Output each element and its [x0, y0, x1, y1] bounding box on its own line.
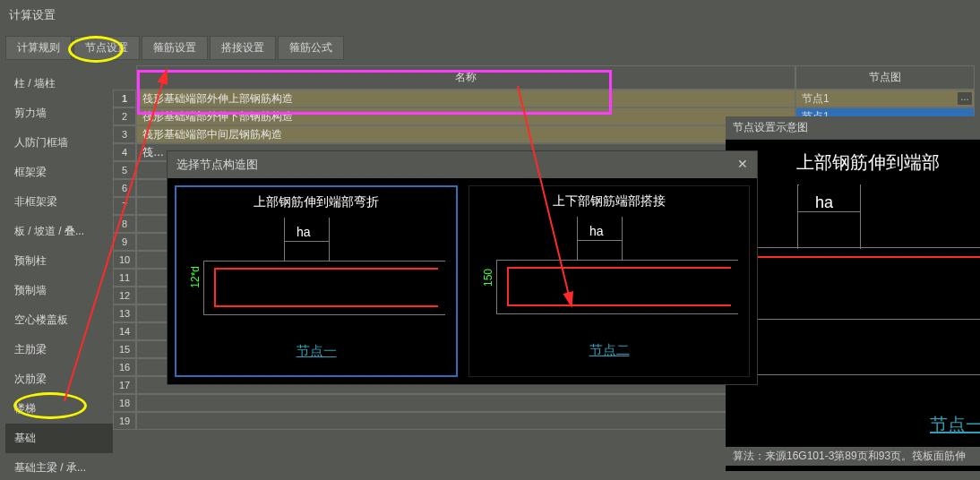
sidebar-item-4[interactable]: 非框架梁: [5, 187, 113, 217]
sidebar-item-6[interactable]: 预制柱: [5, 246, 113, 276]
sidebar-item-0[interactable]: 柱 / 墙柱: [5, 69, 113, 99]
row-index: 2: [113, 107, 136, 125]
diagram-1-title: 上部钢筋伸到端部弯折: [176, 187, 456, 214]
sidebar-item-7[interactable]: 预制墙: [5, 276, 113, 305]
dialog-titlebar: 选择节点构造图 ✕: [168, 151, 757, 178]
preview-panel: 节点设置示意图 上部钢筋伸到端部 ha 12*d 节点一 算法：来源16G101…: [726, 116, 980, 471]
tab-stirrup-settings[interactable]: 箍筋设置: [142, 36, 208, 60]
row-index: 1: [113, 90, 136, 107]
diagram-2-link[interactable]: 节点二: [469, 339, 749, 363]
tab-calc-rules[interactable]: 计算规则: [5, 36, 72, 60]
diagram-option-1[interactable]: 上部钢筋伸到端部弯折 ha 12*d 节点一: [175, 185, 458, 377]
close-icon[interactable]: ✕: [737, 157, 748, 173]
sidebar: 柱 / 墙柱 剪力墙 人防门框墙 框架梁 非框架梁 板 / 坡道 / 叠... …: [5, 65, 113, 477]
row-name: 筏形基础端部外伸上部钢筋构造: [136, 90, 795, 107]
row-index: 4: [113, 143, 136, 161]
row-index: 10: [113, 251, 136, 269]
sidebar-item-9[interactable]: 主肋梁: [5, 335, 113, 364]
row-index: 3: [113, 125, 136, 143]
row-index: 19: [113, 412, 136, 430]
row-index: 9: [113, 233, 136, 251]
node-dialog: 选择节点构造图 ✕ 上部钢筋伸到端部弯折 ha 12*d 节点一 上下部钢: [167, 150, 758, 385]
preview-note: 算法：来源16G101-3第89页和93页。筏板面筋伸: [726, 447, 980, 466]
window-title: 计算设置: [0, 0, 980, 30]
col-name: 名称: [136, 65, 795, 90]
diag1-dim: 12*d: [189, 266, 202, 288]
tab-stirrup-formula[interactable]: 箍筋公式: [278, 36, 344, 60]
sidebar-item-3[interactable]: 框架梁: [5, 158, 113, 187]
diag2-dim: 150: [482, 269, 494, 287]
row-index: 16: [113, 358, 136, 376]
sidebar-item-5[interactable]: 板 / 坡道 / 叠...: [5, 217, 113, 246]
row-index: 17: [113, 376, 136, 394]
preview-link[interactable]: 节点一: [930, 413, 980, 437]
row-index: 13: [113, 304, 136, 322]
tab-lap-settings[interactable]: 搭接设置: [210, 36, 276, 60]
row-name: [136, 412, 795, 430]
diag1-ha: ha: [297, 225, 311, 239]
preview-header: 节点设置示意图: [726, 116, 980, 140]
sidebar-item-2[interactable]: 人防门框墙: [5, 128, 113, 158]
row-index: 8: [113, 215, 136, 233]
preview-canvas: 上部钢筋伸到端部 ha 12*d 节点一 算法：来源16G101-3第89页和9…: [726, 140, 980, 471]
sidebar-item-13[interactable]: 基础主梁 / 承...: [5, 453, 113, 480]
row-name: 筏形基础端部中间层钢筋构造: [136, 125, 795, 143]
row-index: 14: [113, 322, 136, 340]
diagram-1-link[interactable]: 节点一: [176, 339, 456, 364]
ellipsis-button[interactable]: …: [958, 92, 972, 105]
row-index: 6: [113, 179, 136, 197]
sidebar-item-12[interactable]: 基础: [5, 424, 113, 453]
tabs-bar: 计算规则 节点设置 箍筋设置 搭接设置 箍筋公式: [0, 30, 980, 62]
tab-node-settings[interactable]: 节点设置: [73, 36, 140, 60]
dialog-body: 上部钢筋伸到端部弯折 ha 12*d 节点一 上下部钢筋端部搭接: [168, 178, 757, 384]
row-index: 7: [113, 197, 136, 215]
sidebar-item-10[interactable]: 次肋梁: [5, 364, 113, 394]
diagram-2-title: 上下部钢筋端部搭接: [469, 186, 749, 213]
row-node[interactable]: 节点1…: [795, 90, 975, 107]
row-name: [136, 394, 795, 412]
diagram-option-2[interactable]: 上下部钢筋端部搭接 ha 150 节点二: [469, 185, 750, 377]
row-index: 18: [113, 394, 136, 412]
diag2-ha: ha: [589, 224, 604, 238]
row-index: 5: [113, 161, 136, 179]
sidebar-item-8[interactable]: 空心楼盖板: [5, 305, 113, 335]
sidebar-item-11[interactable]: 楼梯: [5, 394, 113, 424]
row-index: 15: [113, 340, 136, 358]
preview-ha: ha: [815, 193, 833, 212]
preview-title: 上部钢筋伸到端部: [742, 147, 980, 182]
table-header: 名称 节点图: [113, 65, 975, 90]
row-name: 筏形基础端部外伸下部钢筋构造: [136, 107, 795, 125]
row-index: 12: [113, 287, 136, 304]
col-node: 节点图: [795, 65, 975, 90]
table-row[interactable]: 1筏形基础端部外伸上部钢筋构造节点1…: [113, 90, 975, 107]
dialog-title: 选择节点构造图: [176, 157, 258, 173]
row-index: 11: [113, 269, 136, 287]
sidebar-item-1[interactable]: 剪力墙: [5, 99, 113, 128]
